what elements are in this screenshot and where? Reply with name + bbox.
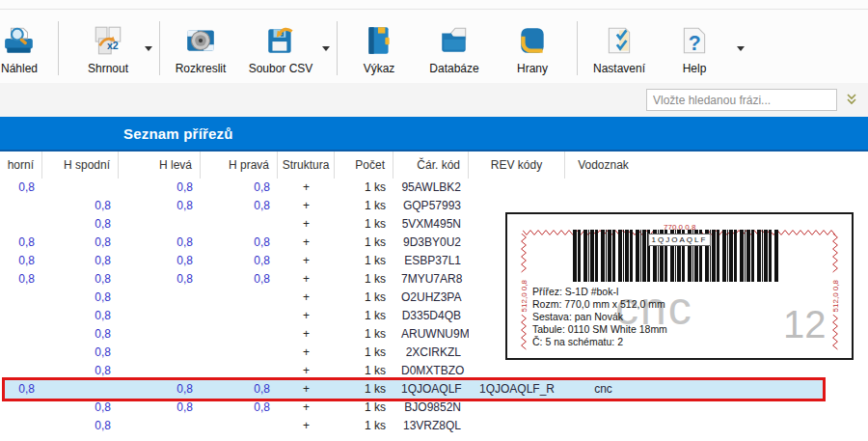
cell-struktura: + [278,417,335,435]
cell-vodoznak: cnc [565,380,641,399]
search-strip [0,83,868,117]
cell-vodoznak [565,179,641,197]
dropdown-arrow-soubor-csv[interactable] [322,46,330,51]
cell-vodoznak [565,362,641,380]
cell-car_kod: O2UHZ3PA [393,289,469,307]
toolbar-button-label: Hrany [517,62,548,75]
toolbar-button-vykaz[interactable]: Výkaz [349,19,409,79]
cell-h_spodni: 0,8 [42,344,119,362]
cell-struktura: + [278,197,335,215]
sheet-number: 12 [783,303,827,346]
cell-car_kod: 13VRZ8QL [393,417,469,435]
cell-h_leva: 0,8 [119,270,201,289]
toolbar-button-databaze[interactable]: Databáze [422,19,486,79]
cell-h_horni [0,362,42,380]
table-row[interactable]: 0,8+1 ks13VRZ8QL [0,417,868,435]
toolbar-button-soubor-csv[interactable]: Soubor CSV [241,19,320,79]
help-question-icon: ? [678,21,711,60]
cell-h_prava [201,344,278,362]
cell-h_prava [201,289,278,307]
svg-text:?: ? [689,32,701,55]
column-header-rev_kody[interactable]: REV kódy [469,152,565,179]
cell-car_kod: 95AWLBK2 [393,179,469,197]
table-row[interactable]: 0,8+1 ksD0MXTBZO [0,362,868,380]
cell-struktura: + [278,215,335,234]
label-side-dimension: 512,0 0,8 [831,277,840,315]
cell-car_kod: D0MXTBZO [393,362,469,380]
zigzag-edge [831,234,839,277]
toolbar-button-nahled[interactable]: Náhled [0,19,44,79]
cell-car_kod: ESBP37L1 [393,252,469,270]
search-input[interactable] [646,89,837,111]
toolbar-button-shrnout[interactable]: x2 Shrnout [71,19,145,79]
cell-pocet: 1 ks [335,252,393,270]
cell-h_spodni [42,179,119,197]
cell-h_horni: 0,8 [0,179,42,197]
cell-car_kod: 1QJOAQLF [393,380,469,399]
save-csv-icon [264,21,297,60]
edge-banding-icon [516,21,549,60]
cell-pocet: 1 ks [335,270,393,289]
cell-h_prava [201,362,278,380]
toolbar-separator [337,21,338,75]
cell-h_leva [119,289,201,307]
cell-car_kod: 5VXM495N [393,215,469,234]
column-header-h_leva[interactable]: H levá [119,152,201,179]
column-header-car_kod[interactable]: Čár. kód [393,152,469,179]
cell-h_horni: 0,8 [0,270,42,289]
cell-h_horni [0,289,42,307]
column-header-h_prava[interactable]: H pravá [201,152,278,179]
column-header-pocet[interactable]: Počet [335,152,393,179]
cell-struktura: + [278,252,335,270]
column-header-vodoznak[interactable]: Vodoznak [565,152,641,179]
double-chevron-down-icon[interactable] [845,92,858,107]
cell-h_spodni: 0,8 [42,325,119,344]
column-header-h_horni[interactable]: horní [0,152,42,179]
cell-pocet: 1 ks [335,289,393,307]
toolbar-button-rozkreslit[interactable]: Rozkreslit [166,19,235,79]
toolbar-button-help[interactable]: ? Help [667,19,721,79]
cell-struktura: + [278,344,335,362]
svg-text:x2: x2 [107,40,119,51]
cell-h_spodni: 0,8 [42,215,119,234]
cell-pocet: 1 ks [335,215,393,234]
cell-h_spodni: 0,8 [42,270,119,289]
toolbar-button-label: Help [683,62,707,75]
zigzag-edge [520,234,528,277]
table-row-selected[interactable]: 0,80,80,8+1 ks1QJOAQLF1QJOAQLF_Rcnc [0,380,868,399]
cell-h_spodni: 0,8 [42,252,119,270]
cell-rev_kody: 1QJOAQLF_R [469,380,565,399]
cell-h_horni: 0,8 [0,252,42,270]
toolbar-button-hrany[interactable]: Hrany [503,19,561,79]
column-header-h_spodni[interactable]: H spodní [42,152,119,179]
toolbar-button-nastaveni[interactable]: Nastavení [586,19,652,79]
cell-struktura: + [278,234,335,252]
cell-h_prava: 0,8 [201,179,278,197]
cell-h_prava: 0,8 [201,270,278,289]
cell-rev_kody [469,399,565,417]
column-header-struktura[interactable]: Struktura [278,152,335,179]
cell-h_leva [119,325,201,344]
cell-car_kod: 2XCIRKZL [393,344,469,362]
zigzag-edge [831,315,839,354]
table-row[interactable]: 0,80,80,8+1 ks95AWLBK2 [0,179,868,197]
database-folder-icon [438,21,471,60]
cutting-list-window: Náhled x2 Shrnout Rozkreslit Soubor CSV [0,0,868,441]
label-side-dimension: 512,0 0,8 [520,277,529,315]
cell-h_spodni: 0,8 [42,307,119,325]
cell-rev_kody [469,362,565,380]
cell-pocet: 1 ks [335,399,393,417]
print-preview-icon [3,21,36,60]
cell-pocet: 1 ks [335,344,393,362]
cell-pocet: 1 ks [335,197,393,215]
cell-h_leva: 0,8 [119,399,201,417]
summarize-x2-icon: x2 [92,21,124,60]
cell-struktura: + [278,325,335,344]
label-preview-panel: 770,0 0,8 512,0 0,8 512,0 0,8 1QJOAQLF P… [505,212,854,360]
cell-h_horni [0,325,42,344]
table-row[interactable]: 0,80,80,8+1 ksBJO9852N [0,399,868,417]
cell-struktura: + [278,399,335,417]
cell-vodoznak [565,399,641,417]
dropdown-arrow-shrnout[interactable] [145,46,152,51]
dropdown-arrow-help[interactable] [737,46,745,51]
